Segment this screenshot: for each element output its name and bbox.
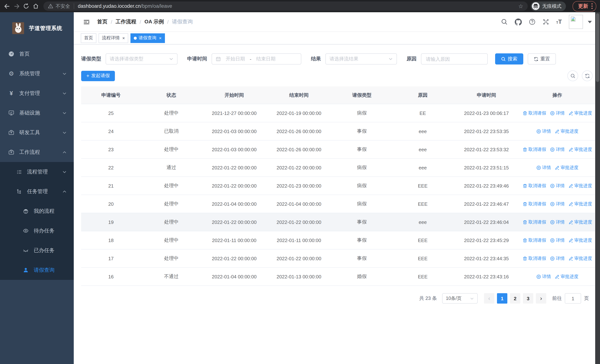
cell-end: 2022-01-04 00:00:00 [267, 195, 331, 213]
action-detail-link[interactable]: 详情 [550, 110, 565, 116]
sidebar-item-system-management[interactable]: ⚙系统管理 [0, 64, 74, 84]
tab-流程详情[interactable]: 流程详情× [99, 33, 128, 43]
goto-page-input[interactable] [565, 293, 581, 304]
scrollbar[interactable] [595, 12, 600, 364]
action-progress-link[interactable]: 审批进度 [555, 128, 579, 134]
action-detail-link[interactable]: 详情 [550, 219, 565, 225]
sidebar-item-task-management[interactable]: 任务管理 [0, 182, 74, 201]
update-button[interactable]: 更新 [572, 1, 596, 11]
cell-status: 处理中 [141, 177, 202, 195]
action-detail-link[interactable]: 详情 [536, 164, 551, 171]
breadcrumb-item[interactable]: 工作流程 [116, 19, 136, 25]
sidebar-item-label: 基础设施 [19, 110, 40, 116]
action-detail-link[interactable]: 详情 [536, 128, 551, 134]
action-progress-link[interactable]: 审批进度 [569, 201, 592, 207]
sidebar-item-workflow[interactable]: 工作流程 [0, 142, 74, 162]
search-button-label: 搜索 [508, 56, 517, 62]
reset-button-label: 重置 [540, 56, 550, 62]
action-detail-link[interactable]: 详情 [550, 146, 565, 152]
search-button[interactable]: 搜索 [495, 53, 523, 65]
apply-time-range-picker[interactable]: 开始日期 - 结束日期 [212, 53, 301, 65]
page-button-1[interactable]: 1 [497, 293, 507, 304]
action-progress-link[interactable]: 审批进度 [555, 164, 579, 171]
prev-page-button[interactable] [484, 293, 494, 304]
tab-请假查询[interactable]: 请假查询× [131, 33, 165, 43]
result-select[interactable]: 请选择流结果 [325, 53, 397, 65]
browser-menu-icon[interactable] [591, 3, 593, 9]
cell-status: 处理中 [141, 195, 202, 213]
address-bar[interactable]: 不安全 dashboard.yudao.iocoder.cn/bpm/oa/le… [43, 1, 528, 11]
cell-reason: eee [393, 159, 453, 177]
action-progress-link[interactable]: 审批进度 [569, 146, 592, 152]
sidebar-item-todo-tasks[interactable]: 待办任务 [0, 221, 74, 241]
reload-icon[interactable] [23, 3, 29, 9]
sidebar-item-home[interactable]: 首页 [0, 44, 74, 64]
action-detail-link[interactable]: 详情 [536, 273, 551, 280]
breadcrumb-item[interactable]: 首页 [97, 19, 107, 25]
sidebar-collapse-icon[interactable] [83, 18, 90, 25]
leave-type-select[interactable]: 请选择请假类型 [106, 53, 178, 65]
action-progress-link[interactable]: 审批进度 [569, 183, 592, 189]
refresh-table-button[interactable] [582, 70, 593, 81]
tab-首页[interactable]: 首页 [81, 33, 96, 43]
page-button-2[interactable]: 2 [510, 293, 520, 304]
table-row: 24已取消2022-01-03 00:00:002022-01-26 00:00… [81, 122, 595, 140]
sidebar-item-process-management[interactable]: 流程管理 [0, 162, 74, 182]
action-cancel-link[interactable]: 取消请假 [523, 110, 546, 116]
sidebar-item-payment-management[interactable]: ¥支付管理 [0, 84, 74, 103]
forward-icon[interactable] [13, 3, 20, 9]
action-cancel-link[interactable]: 取消请假 [523, 255, 546, 261]
home-icon[interactable] [32, 3, 39, 9]
sidebar-item-infrastructure[interactable]: 基础设施 [0, 103, 74, 123]
action-detail-link[interactable]: 详情 [550, 183, 565, 189]
breadcrumb-item[interactable]: OA 示例 [145, 19, 164, 25]
reset-button[interactable]: 重置 [528, 53, 556, 65]
bookmark-star-icon[interactable] [518, 3, 523, 9]
avatar-caret-icon[interactable] [588, 20, 592, 23]
column-header: 开始时间 [202, 86, 266, 104]
font-size-icon[interactable] [556, 19, 562, 25]
action-progress-link[interactable]: 审批进度 [569, 237, 592, 243]
github-icon[interactable] [515, 18, 522, 25]
page-size-value: 10条/页 [446, 295, 462, 301]
tab-close-icon[interactable]: × [159, 36, 162, 40]
action-cancel-link[interactable]: 取消请假 [523, 146, 546, 152]
cell-applied: 2022-01-22 23:53:35 [453, 122, 520, 140]
page-button-3[interactable]: 3 [523, 293, 533, 304]
scrollbar-thumb[interactable] [596, 13, 599, 82]
tab-close-icon[interactable]: × [122, 36, 125, 40]
cell-start: 2022-01-22 00:00:00 [202, 159, 266, 177]
logo-link[interactable]: 芋道管理系统 [0, 12, 74, 44]
search-icon[interactable] [501, 19, 507, 25]
breadcrumb-separator: / [111, 19, 112, 25]
action-detail-link[interactable]: 详情 [550, 237, 565, 243]
sidebar-item-done-tasks[interactable]: 已办任务 [0, 241, 74, 260]
sidebar-item-dev-tools[interactable]: 研发工具 [0, 123, 74, 142]
back-icon[interactable] [4, 3, 10, 9]
action-detail-link[interactable]: 详情 [550, 201, 565, 207]
action-progress-link[interactable]: 审批进度 [569, 255, 592, 261]
action-cancel-link[interactable]: 取消请假 [523, 201, 546, 207]
action-cancel-link[interactable]: 取消请假 [523, 237, 546, 243]
page-size-select[interactable]: 10条/页 [442, 293, 478, 304]
action-progress-link[interactable]: 审批进度 [555, 273, 579, 280]
help-icon[interactable] [529, 19, 535, 25]
action-progress-link[interactable]: 审批进度 [569, 219, 592, 225]
sidebar-item-leave-query[interactable]: 请假查询 [0, 260, 74, 280]
show-search-button[interactable] [567, 70, 578, 81]
action-cancel-link[interactable]: 取消请假 [523, 219, 546, 225]
security-chip[interactable]: 不安全 [48, 3, 70, 9]
action-cancel-link[interactable]: 取消请假 [523, 183, 546, 189]
action-progress-link[interactable]: 审批进度 [569, 110, 592, 116]
end-date-placeholder: 结束日期 [256, 56, 276, 62]
avatar[interactable] [569, 15, 583, 29]
fullscreen-icon[interactable] [542, 19, 549, 25]
chevron-down-icon [169, 57, 173, 61]
next-page-button[interactable] [536, 293, 546, 304]
edit-icon [569, 256, 573, 261]
create-leave-button[interactable]: 发起请假 [81, 71, 115, 81]
reason-input[interactable] [421, 53, 488, 65]
eye-icon [536, 129, 541, 134]
action-detail-link[interactable]: 详情 [550, 255, 565, 261]
sidebar-item-my-process[interactable]: 我的流程 [0, 201, 74, 221]
